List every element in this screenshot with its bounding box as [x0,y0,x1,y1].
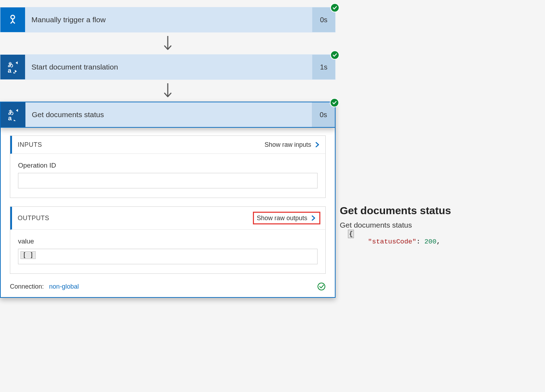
connection-ok-icon [317,282,326,291]
inputs-label: INPUTS [18,141,42,149]
step-title: Start document translation [25,55,312,79]
show-raw-inputs-label: Show raw inputs [265,141,311,149]
manual-trigger-icon [0,7,25,32]
json-brace-open: { [340,230,536,238]
chevron-right-icon [314,141,320,149]
chevron-right-icon [310,214,316,222]
step-expanded-panel: INPUTS Show raw inputs Operation ID OUTP… [0,128,336,298]
svg-point-7 [318,283,325,290]
operation-id-label: Operation ID [18,162,318,169]
connection-link[interactable]: non-global [49,283,79,290]
svg-point-0 [11,15,15,19]
flow-step-manual-trigger[interactable]: Manually trigger a flow 0s [0,7,336,32]
value-chip: [ ] [20,251,36,259]
step-title: Manually trigger a flow [25,7,312,32]
raw-panel-subtitle: Get documents status [340,221,536,229]
inputs-panel: INPUTS Show raw inputs Operation ID [10,135,326,198]
flow-canvas: Manually trigger a flow 0s あ a Start doc… [0,0,336,305]
flow-step-get-documents-status[interactable]: あ a Get documents status 0s [0,102,336,128]
connection-label: Connection: [10,283,44,290]
success-check-icon [330,3,339,12]
outputs-panel: OUTPUTS Show raw outputs value [ ] [10,206,326,274]
success-check-icon [330,50,339,60]
translate-icon: あ a [1,102,25,127]
success-check-icon [330,98,339,107]
step-title: Get documents status [25,102,312,127]
flow-step-start-translation[interactable]: あ a Start document translation 1s [0,54,336,80]
outputs-label: OUTPUTS [18,215,49,222]
show-raw-inputs-button[interactable]: Show raw inputs [265,141,320,149]
show-raw-outputs-label: Show raw outputs [257,215,307,222]
raw-output-preview: Get documents status Get documents statu… [336,205,540,246]
translate-icon: あ a [0,55,25,79]
flow-connector-arrow-icon [0,32,336,54]
value-label: value [18,237,318,245]
value-field[interactable]: [ ] [18,249,318,264]
svg-text:a: a [8,115,12,122]
svg-text:a: a [8,67,12,74]
flow-connector-arrow-icon [0,80,336,102]
json-line-statuscode: "statusCode": 200, [340,238,536,246]
operation-id-field[interactable] [18,173,318,188]
raw-panel-title: Get documents status [340,205,536,217]
show-raw-outputs-button[interactable]: Show raw outputs [253,212,320,224]
